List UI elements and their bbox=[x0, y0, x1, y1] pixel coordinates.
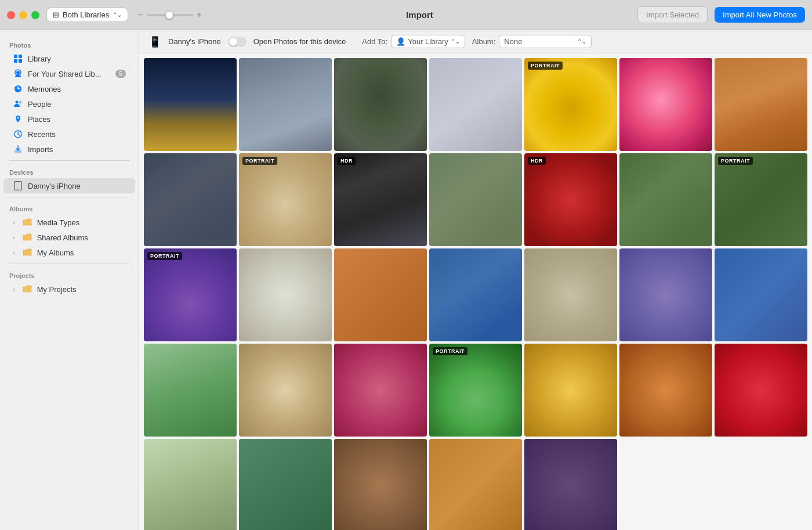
photo-cell[interactable] bbox=[619, 248, 712, 341]
photo-cell[interactable]: PORTRAIT bbox=[524, 58, 617, 151]
sidebar-divider-1 bbox=[9, 160, 129, 161]
shared-lib-icon bbox=[13, 68, 23, 79]
memories-icon bbox=[13, 84, 23, 94]
places-label: Places bbox=[28, 115, 50, 124]
portrait-badge: PORTRAIT bbox=[242, 157, 277, 165]
my-projects-label: My Projects bbox=[37, 285, 77, 294]
photo-cell[interactable] bbox=[429, 153, 522, 246]
chevron-right-icon-4: › bbox=[13, 286, 15, 293]
photo-cell[interactable] bbox=[239, 248, 332, 341]
sidebar-item-places[interactable]: Places bbox=[3, 111, 135, 127]
minimize-button[interactable] bbox=[19, 11, 27, 19]
shared-albums-label: Shared Albums bbox=[37, 233, 88, 242]
photo-cell[interactable] bbox=[524, 344, 617, 437]
content-area: 📱 Danny's iPhone Open Photos for this de… bbox=[139, 30, 812, 530]
import-all-button[interactable]: Import All New Photos bbox=[715, 7, 805, 23]
sidebar-item-imports[interactable]: Imports bbox=[3, 142, 135, 157]
sidebar-item-library[interactable]: Library bbox=[3, 51, 135, 66]
library-picker[interactable]: ⊞ Both Libraries ⌃⌄ bbox=[46, 8, 128, 22]
svg-rect-2 bbox=[14, 59, 17, 63]
photo-cell[interactable] bbox=[429, 248, 522, 341]
sidebar-item-media-types[interactable]: › Media Types bbox=[3, 215, 135, 230]
phone-icon: 📱 bbox=[148, 35, 161, 48]
photo-cell[interactable] bbox=[715, 248, 807, 341]
photo-cell[interactable] bbox=[239, 344, 332, 437]
imports-icon bbox=[13, 144, 23, 154]
album-label: Album: bbox=[472, 37, 495, 46]
album-select[interactable]: None ⌃⌄ bbox=[499, 35, 592, 48]
photo-cell[interactable] bbox=[334, 58, 427, 151]
sidebar-item-dannys-iphone[interactable]: Danny's iPhone bbox=[3, 178, 135, 193]
svg-point-7 bbox=[16, 101, 19, 104]
add-to-section: Add To: 👤 Your Library ⌃⌄ bbox=[362, 35, 465, 48]
svg-rect-1 bbox=[19, 55, 22, 58]
import-selected-button[interactable]: Import Selected bbox=[637, 6, 708, 23]
photo-cell[interactable] bbox=[239, 58, 332, 151]
sidebar-item-shared-albums[interactable]: › Shared Albums bbox=[3, 230, 135, 245]
photo-cell[interactable] bbox=[334, 248, 427, 341]
library-select[interactable]: 👤 Your Library ⌃⌄ bbox=[391, 35, 465, 48]
sidebar-item-recents[interactable]: Recents bbox=[3, 127, 135, 142]
people-label: People bbox=[28, 100, 51, 109]
memories-label: Memories bbox=[28, 85, 61, 93]
svg-rect-3 bbox=[19, 59, 22, 63]
device-name-label[interactable]: Danny's iPhone bbox=[168, 37, 221, 46]
portrait-badge: PORTRAIT bbox=[718, 157, 753, 165]
iphone-label: Danny's iPhone bbox=[28, 182, 81, 190]
photo-cell[interactable] bbox=[334, 439, 427, 530]
chevron-right-icon-3: › bbox=[13, 249, 15, 256]
person-icon: 👤 bbox=[396, 37, 405, 46]
sidebar-section-albums: Albums bbox=[0, 201, 139, 215]
svg-point-8 bbox=[19, 101, 21, 103]
chevron-updown-icon-3: ⌃⌄ bbox=[577, 38, 586, 45]
sidebar-section-devices: Devices bbox=[0, 164, 139, 178]
photo-cell[interactable] bbox=[715, 58, 807, 151]
photo-cell[interactable] bbox=[144, 439, 237, 530]
album-value: None bbox=[504, 37, 522, 46]
sidebar-item-my-projects[interactable]: › My Projects bbox=[3, 282, 135, 297]
photo-cell[interactable]: PORTRAIT bbox=[715, 153, 807, 246]
open-photos-toggle[interactable] bbox=[228, 37, 246, 47]
photo-cell[interactable] bbox=[144, 153, 237, 246]
maximize-button[interactable] bbox=[31, 11, 39, 19]
sidebar-item-memories[interactable]: Memories bbox=[3, 81, 135, 96]
media-types-label: Media Types bbox=[37, 218, 79, 227]
chevron-updown-icon-2: ⌃⌄ bbox=[451, 38, 460, 45]
sidebar-item-my-albums[interactable]: › My Albums bbox=[3, 245, 135, 260]
svg-point-9 bbox=[17, 117, 19, 119]
zoom-out-icon[interactable]: − bbox=[137, 10, 143, 20]
photo-cell[interactable] bbox=[619, 58, 712, 151]
library-icon: ⊞ bbox=[53, 10, 59, 19]
photo-cell[interactable] bbox=[524, 439, 617, 530]
album-section: Album: None ⌃⌄ bbox=[472, 35, 592, 48]
photo-cell[interactable] bbox=[239, 439, 332, 530]
photo-cell[interactable] bbox=[715, 344, 807, 437]
chevron-right-icon-2: › bbox=[13, 234, 15, 241]
photo-cell[interactable] bbox=[429, 58, 522, 151]
photo-cell[interactable] bbox=[144, 344, 237, 437]
portrait-badge: PORTRAIT bbox=[147, 252, 182, 260]
zoom-in-icon[interactable]: + bbox=[197, 10, 202, 20]
sidebar-divider-3 bbox=[9, 264, 129, 264]
photo-cell[interactable]: HDR bbox=[334, 153, 427, 246]
photo-cell[interactable] bbox=[619, 344, 712, 437]
svg-point-4 bbox=[16, 71, 20, 74]
sidebar-item-shared-lib[interactable]: For Your Shared Lib... 5 bbox=[3, 66, 135, 81]
photo-cell[interactable]: PORTRAIT bbox=[144, 248, 237, 341]
photo-cell[interactable] bbox=[619, 153, 712, 246]
photo-cell[interactable] bbox=[144, 58, 237, 151]
photo-cell[interactable] bbox=[334, 344, 427, 437]
folder-icon-projects bbox=[22, 284, 32, 294]
traffic-lights bbox=[7, 11, 39, 19]
photo-cell[interactable] bbox=[524, 248, 617, 341]
places-icon bbox=[13, 114, 23, 124]
photo-cell[interactable]: PORTRAIT bbox=[239, 153, 332, 246]
close-button[interactable] bbox=[7, 11, 15, 19]
sidebar-item-people[interactable]: People bbox=[3, 96, 135, 111]
my-albums-label: My Albums bbox=[37, 248, 74, 257]
photo-cell[interactable]: PORTRAIT bbox=[429, 344, 522, 437]
zoom-slider[interactable] bbox=[147, 14, 193, 16]
photo-cell[interactable]: HDR bbox=[524, 153, 617, 246]
photo-cell[interactable] bbox=[429, 439, 522, 530]
shared-lib-label: For Your Shared Lib... bbox=[28, 70, 101, 78]
